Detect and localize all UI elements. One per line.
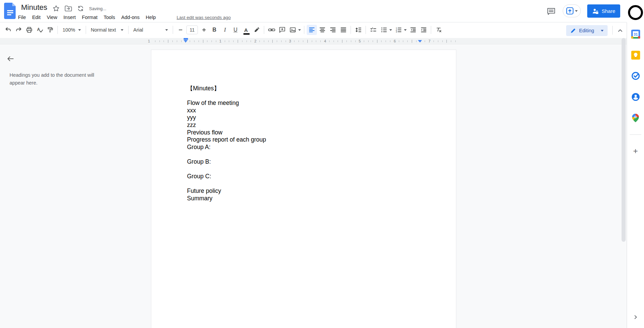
profile-avatar[interactable] [628, 5, 643, 20]
toolbar-divider [431, 26, 431, 34]
get-addons-button[interactable]: + [631, 146, 640, 156]
menu-file[interactable]: File [15, 14, 29, 21]
document-text[interactable]: 【Minutes】 Flow of the meeting xxx yyy zz… [187, 85, 422, 202]
vertical-scrollbar[interactable] [622, 38, 626, 242]
menu-addons[interactable]: Add-ons [118, 14, 143, 21]
doc-line[interactable] [187, 166, 422, 173]
document-page[interactable]: 【Minutes】 Flow of the meeting xxx yyy zz… [151, 50, 456, 328]
outline-hint-text: Headings you add to the document will ap… [10, 71, 99, 87]
share-button-label: Share [601, 8, 615, 14]
close-outline-button[interactable] [5, 53, 16, 65]
menu-edit[interactable]: Edit [29, 14, 44, 21]
left-indent-triangle[interactable] [184, 40, 188, 42]
clear-formatting-button[interactable] [434, 25, 444, 35]
ruler-number: 3 [288, 39, 292, 43]
comment-history-icon[interactable] [545, 5, 557, 18]
bold-button[interactable]: B [209, 25, 220, 35]
menu-format[interactable]: Format [79, 14, 101, 21]
current-text-color-swatch [243, 33, 250, 35]
google-tasks-icon[interactable] [631, 71, 640, 80]
toolbar-divider [351, 26, 351, 34]
first-line-indent-marker[interactable] [184, 38, 188, 40]
sync-saving-icon[interactable] [76, 4, 85, 13]
undo-button[interactable] [3, 25, 13, 35]
increase-indent-button[interactable] [419, 25, 429, 35]
star-icon[interactable] [52, 4, 61, 13]
font-family-select[interactable]: Arial [131, 25, 171, 35]
paragraph-style-select[interactable]: Normal text [88, 25, 126, 35]
google-docs-window: Minutes Saving.. [0, 0, 644, 328]
doc-line[interactable]: 【Minutes】 [187, 85, 422, 92]
doc-line[interactable]: Summary [187, 195, 422, 202]
left-indent-marker[interactable] [184, 38, 188, 42]
text-color-button[interactable]: A [241, 25, 251, 35]
menu-tools[interactable]: Tools [101, 14, 118, 21]
doc-line[interactable]: Flow of the meeting [187, 99, 422, 107]
numbered-list-button[interactable]: 1 2 3 [393, 25, 404, 35]
doc-line[interactable]: Future policy [187, 187, 422, 195]
menu-help[interactable]: Help [143, 14, 159, 21]
move-to-folder-icon[interactable] [64, 4, 73, 13]
google-calendar-icon[interactable]: 31 [631, 29, 640, 39]
underline-button[interactable]: U [231, 25, 241, 35]
align-right-button[interactable] [328, 25, 338, 35]
doc-line[interactable] [187, 92, 422, 100]
paint-format-button[interactable] [45, 25, 55, 35]
checklist-button[interactable] [368, 25, 378, 35]
doc-line[interactable]: yyy [187, 114, 422, 122]
doc-line[interactable]: Previous flow [187, 129, 422, 136]
document-title[interactable]: Minutes [21, 3, 47, 12]
last-edit-link[interactable]: Last edit was seconds ago [176, 15, 231, 20]
share-button[interactable]: Share [587, 4, 620, 18]
svg-text:31: 31 [633, 32, 638, 36]
doc-line[interactable]: xxx [187, 107, 422, 114]
editing-mode-button[interactable]: Editing [566, 25, 608, 36]
decrease-font-size-button[interactable] [175, 25, 186, 35]
google-contacts-icon[interactable] [631, 92, 640, 102]
doc-line[interactable] [187, 180, 422, 188]
add-comment-button[interactable] [277, 25, 287, 35]
doc-line[interactable]: Group B: [187, 158, 422, 166]
hide-side-panel-button[interactable] [631, 313, 640, 321]
toolbar-divider [612, 26, 613, 35]
bulleted-list-button[interactable] [379, 25, 389, 35]
ruler-number: 1 [218, 39, 222, 43]
bulleted-list-dropdown-caret[interactable] [389, 29, 392, 31]
print-button[interactable] [24, 25, 34, 35]
align-left-button[interactable] [307, 25, 317, 35]
google-keep-icon[interactable] [631, 50, 640, 60]
header-bar: Minutes Saving.. [0, 0, 644, 22]
highlight-color-button[interactable] [252, 25, 262, 35]
doc-line[interactable]: Group C: [187, 173, 422, 180]
doc-line[interactable]: zzz [187, 122, 422, 129]
justify-button[interactable] [338, 25, 349, 35]
doc-line[interactable] [187, 151, 422, 158]
toolbar-divider [128, 26, 129, 34]
insert-link-button[interactable] [267, 25, 277, 35]
line-spacing-button[interactable] [353, 25, 363, 35]
numbered-list-dropdown-caret[interactable] [404, 29, 407, 31]
present-button[interactable] [563, 4, 581, 17]
zoom-select[interactable]: 100% [60, 25, 84, 35]
docs-logo-icon[interactable] [4, 3, 16, 19]
redo-button[interactable] [14, 25, 24, 35]
align-center-button[interactable] [317, 25, 327, 35]
toolbar-divider [86, 26, 86, 34]
right-indent-marker[interactable] [418, 40, 422, 42]
zoom-value: 100% [63, 27, 75, 33]
google-apps-side-panel: 31 [627, 22, 644, 328]
italic-button[interactable]: I [220, 25, 230, 35]
increase-font-size-button[interactable] [199, 25, 209, 35]
doc-line[interactable]: Progress report of each group [187, 136, 422, 144]
insert-image-button[interactable] [288, 25, 298, 35]
doc-line[interactable]: Group A: [187, 144, 422, 151]
font-size-input[interactable]: 11 [186, 25, 198, 34]
google-maps-icon[interactable] [631, 113, 640, 123]
spellcheck-button[interactable]: A [35, 25, 45, 35]
menu-view[interactable]: View [44, 14, 60, 21]
decrease-indent-button[interactable] [408, 25, 418, 35]
present-dropdown-caret[interactable] [575, 10, 578, 12]
hide-menus-button[interactable] [615, 26, 625, 35]
menu-insert[interactable]: Insert [61, 14, 79, 21]
insert-image-dropdown-caret[interactable] [298, 29, 301, 31]
